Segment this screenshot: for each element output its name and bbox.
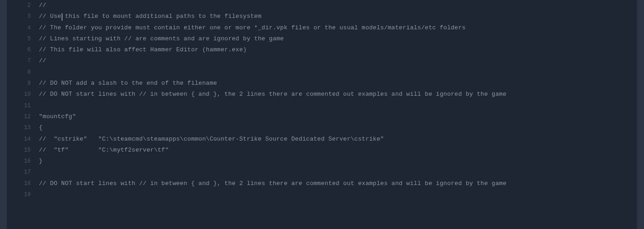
code-line[interactable]: // "cstrike" "C:\steamcmd\steamapps\comm… [39,134,637,145]
code-line[interactable]: // DO NOT add a slash to the end of the … [39,78,637,89]
code-line[interactable]: // DO NOT start lines with // in between… [39,89,637,100]
line-number: 17 [7,167,39,178]
code-editor[interactable]: 2345678910111213141516171819 //// Use th… [7,0,637,229]
line-number: 4 [7,22,39,33]
code-line[interactable]: // Use this file to mount additional pat… [39,11,637,22]
line-number-gutter: 2345678910111213141516171819 [7,0,39,229]
line-number: 3 [7,11,39,22]
code-line[interactable] [39,167,637,178]
line-number: 13 [7,122,39,133]
code-line[interactable]: "mountcfg" [39,111,637,122]
code-line[interactable]: } [39,156,637,167]
line-number: 2 [7,0,39,11]
line-number: 5 [7,33,39,44]
line-number: 16 [7,156,39,167]
line-number: 6 [7,44,39,55]
line-number: 8 [7,67,39,78]
code-line[interactable]: { [39,122,637,133]
code-line[interactable]: // [39,55,637,66]
line-number: 11 [7,100,39,111]
code-line[interactable] [39,189,637,200]
line-number: 15 [7,145,39,156]
text-cursor [62,13,62,21]
code-line[interactable] [39,100,637,111]
code-line[interactable]: // [39,0,637,11]
code-line[interactable]: // "tf" "C:\mytf2server\tf" [39,145,637,156]
code-content-area[interactable]: //// Use this file to mount additional p… [39,0,637,229]
code-line[interactable] [39,67,637,78]
line-number: 18 [7,178,39,189]
line-number: 14 [7,134,39,145]
code-line[interactable]: // DO NOT start lines with // in between… [39,178,637,189]
line-number: 7 [7,55,39,66]
code-line[interactable]: // The folder you provide must contain e… [39,22,637,33]
code-line[interactable]: // Lines starting with // are comments a… [39,33,637,44]
line-number: 10 [7,89,39,100]
code-line[interactable]: // This file will also affect Hammer Edi… [39,44,637,55]
line-number: 9 [7,78,39,89]
line-number: 12 [7,111,39,122]
line-number: 19 [7,189,39,200]
